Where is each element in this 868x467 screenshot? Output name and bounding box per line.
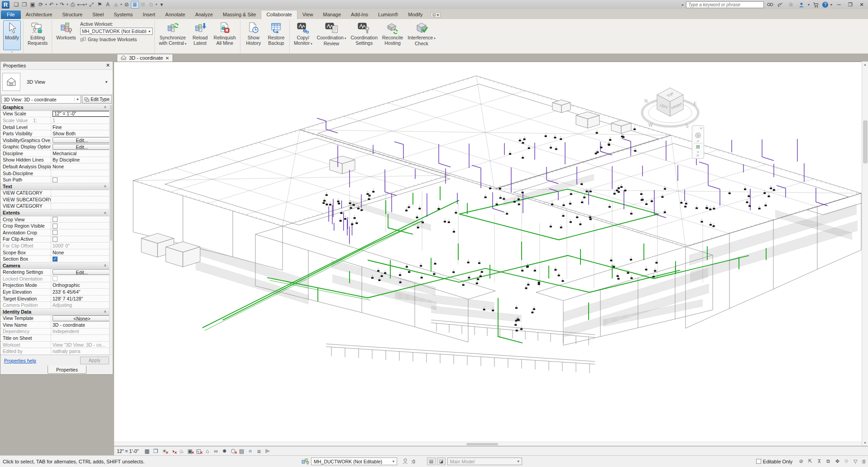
undo-icon[interactable]: ↶ [48, 1, 56, 9]
coordination-settings-button[interactable]: Coordination Settings [349, 20, 379, 47]
value-button[interactable]: <None> [53, 315, 111, 321]
reconcile-hosting-button[interactable]: Reconcile Hosting [380, 20, 405, 47]
show-crop-region-icon[interactable]: ◱✕ [194, 447, 203, 455]
show-history-button[interactable]: Show History [243, 20, 264, 47]
design-options-icon[interactable]: ▤ [427, 457, 436, 465]
compass-west-label[interactable]: W [648, 122, 653, 127]
help-icon[interactable]: ? [822, 2, 828, 8]
active-workset-status-dropdown[interactable]: MH_DUCTWORK (Not Editable) ▼ [311, 457, 397, 465]
property-value[interactable]: Independent [51, 329, 113, 335]
signin-dropdown-icon[interactable]: ▾ [808, 3, 810, 7]
ribbon-tab-annotate[interactable]: Annotate [160, 10, 190, 19]
wheel-dropdown-icon[interactable]: ▾ [697, 139, 699, 143]
property-value[interactable]: Adjusting [51, 302, 113, 308]
infocenter-collapse-icon[interactable]: ▸ [682, 3, 684, 7]
navbar-minimize-icon[interactable]: ⊖ [697, 154, 700, 157]
property-checkbox[interactable] [53, 217, 58, 222]
ribbon-tab-lumion-[interactable]: Lumion® [373, 10, 403, 19]
scroll-up-icon[interactable]: ▲ [863, 62, 867, 67]
property-value[interactable] [51, 335, 113, 341]
tag-by-category-icon[interactable]: ⚑ [96, 1, 104, 9]
print-icon[interactable]: ⎙ [69, 1, 77, 9]
property-checkbox[interactable] [53, 276, 58, 281]
chevron-down-icon[interactable]: ▾ [45, 3, 47, 6]
switch-windows-icon[interactable]: ⧉ [147, 1, 155, 9]
property-checkbox[interactable] [53, 224, 58, 229]
property-value[interactable]: 128' 7 41/128" [51, 295, 113, 302]
select-links-icon[interactable]: ⧉ [824, 458, 832, 465]
help-dropdown-icon[interactable]: ▾ [830, 3, 832, 7]
vertical-scrollbar[interactable]: ▲ ▼ [862, 62, 868, 446]
property-checkbox[interactable]: ✓ [53, 257, 58, 262]
property-value[interactable]: 233' 6 45/64" [51, 289, 113, 295]
chevron-down-icon[interactable]: ▾ [56, 3, 58, 6]
edit-type-button[interactable]: Edit Type [82, 95, 112, 104]
coordination-review-button[interactable]: Coordination▾ Review [315, 20, 348, 48]
background-processes-icon[interactable]: ⚙ [842, 458, 850, 465]
ribbon-tab-systems[interactable]: Systems [109, 10, 138, 19]
property-value[interactable]: <None> [51, 315, 113, 322]
ribbon-tab-insert[interactable]: Insert [138, 10, 160, 19]
new-sheet-icon[interactable]: ❏ [12, 1, 20, 9]
active-only-icon[interactable]: ◪ [437, 457, 446, 465]
exchange-apps-cart-icon[interactable] [812, 1, 820, 8]
temporary-view-properties-icon[interactable]: ▤ [237, 447, 246, 455]
property-value[interactable] [51, 203, 113, 210]
measure-icon[interactable]: ⟷ [77, 1, 85, 9]
property-value[interactable]: Fine [51, 124, 113, 130]
selection-filter-icon[interactable]: ▽ [851, 458, 859, 465]
save-icon[interactable]: ▣ [29, 1, 37, 9]
zoom-icon[interactable]: ⊞ [696, 144, 700, 150]
chevron-down-icon[interactable]: ▾ [67, 3, 68, 6]
ribbon-tab-structure[interactable]: Structure [57, 10, 87, 19]
steering-wheel-icon[interactable]: ◎ [695, 131, 701, 139]
property-value[interactable]: Mechanical [51, 150, 113, 157]
chevron-down-icon[interactable]: ▾ [120, 3, 122, 6]
editing-requests-status-icon[interactable] [403, 458, 409, 465]
apply-button[interactable]: Apply [80, 357, 109, 364]
property-value[interactable]: Edit... [51, 137, 113, 143]
properties-bottom-tab[interactable]: Properties [48, 366, 86, 374]
property-value[interactable]: nathaly parra [51, 348, 113, 354]
property-value[interactable]: View "3D View: 3D - co... [51, 342, 113, 348]
edit-button[interactable]: Edit... [53, 269, 111, 275]
search-icon[interactable] [766, 1, 774, 8]
relinquish-all-mine-button[interactable]: Relinquish All Mine [212, 20, 238, 47]
property-value[interactable]: Edit... [51, 143, 113, 150]
property-value[interactable] [51, 276, 113, 282]
ribbon-tab-view[interactable]: View [297, 10, 318, 19]
restore-button[interactable]: ❐ [846, 2, 855, 8]
ribbon-tab-add-ins[interactable]: Add-Ins [346, 10, 373, 19]
edit-button[interactable]: Edit... [53, 137, 111, 143]
property-value[interactable] [51, 216, 113, 223]
compass-north-label[interactable]: N [644, 99, 647, 104]
compass-south-label[interactable]: S [686, 123, 689, 128]
press-drag-icon[interactable]: ⇱ [806, 458, 814, 465]
highlight-displacement-sets-icon[interactable]: ⧈ [254, 447, 263, 455]
close-navbar-icon[interactable]: ✕ [700, 127, 702, 130]
sync-with-central-icon[interactable]: ⟳ [37, 1, 45, 9]
property-value[interactable]: None [51, 249, 113, 256]
zoom-dropdown-icon[interactable]: ▾ [697, 150, 699, 153]
property-checkbox[interactable] [53, 230, 58, 235]
chevron-down-icon[interactable]: ▼ [105, 80, 111, 84]
property-checkbox[interactable] [53, 237, 58, 242]
select-panel-cue-icon[interactable]: ⌄ [10, 49, 14, 53]
property-value[interactable] [51, 170, 113, 176]
text-icon[interactable]: A [104, 1, 112, 9]
close-properties-icon[interactable]: ✕ [106, 62, 110, 68]
revit-logo[interactable]: R [2, 1, 10, 9]
property-value[interactable]: By Discipline [51, 157, 113, 163]
vscroll-thumb[interactable] [863, 120, 868, 163]
crop-view-icon[interactable]: ▣✕ [186, 447, 194, 455]
ribbon-tab-analyze[interactable]: Analyze [190, 10, 218, 19]
default-3d-view-icon[interactable]: ⌂ [112, 1, 120, 9]
aligned-dimension-icon[interactable]: ⤢ [87, 1, 96, 9]
property-value[interactable]: 12" = 1'-0" [51, 111, 113, 117]
redo-icon[interactable]: ↷ [58, 1, 66, 9]
property-value[interactable] [51, 196, 113, 203]
worksets-button[interactable]: Worksets [54, 20, 78, 42]
subscription-icon[interactable] [777, 1, 785, 8]
edit-button[interactable]: Edit... [53, 144, 111, 150]
view-cube[interactable]: N E S W TOP LEFT FRONT [642, 88, 698, 129]
